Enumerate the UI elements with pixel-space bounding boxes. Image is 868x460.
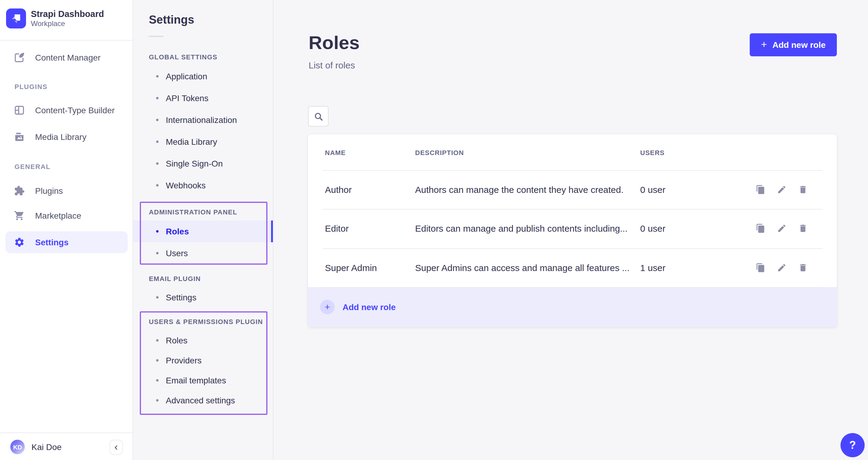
image-icon xyxy=(14,132,25,142)
copy-icon xyxy=(756,263,766,272)
subnav-item-providers[interactable]: Providers xyxy=(133,354,272,367)
subnav-group-users-permissions: USERS & PERMISSIONS PLUGIN xyxy=(149,318,263,325)
layout-icon xyxy=(14,105,25,116)
bullet-icon xyxy=(156,162,158,165)
bullet-icon xyxy=(156,184,158,186)
add-new-role-button[interactable]: + Add new role xyxy=(750,33,837,56)
trash-icon xyxy=(798,185,808,194)
role-users-count: 0 user xyxy=(640,224,665,234)
content-manager-icon xyxy=(14,52,25,63)
workspace-brand[interactable]: Strapi Dashboard Workplace xyxy=(6,8,104,28)
subnav-item-application[interactable]: Application xyxy=(133,70,272,82)
subnav-item-internationalization[interactable]: Internationalization xyxy=(133,114,272,126)
add-new-role-row[interactable]: + Add new role xyxy=(308,287,837,327)
cart-icon xyxy=(14,210,25,221)
role-name: Editor xyxy=(325,224,348,234)
app-root: Strapi Dashboard Workplace Content Manag… xyxy=(0,0,868,460)
subnav-item-api-tokens[interactable]: API Tokens xyxy=(133,92,272,104)
duplicate-role-button[interactable] xyxy=(756,185,766,194)
sidebar-item-label: Settings xyxy=(35,237,68,247)
sidebar-item-media-library[interactable]: Media Library xyxy=(5,126,128,148)
sidebar-footer-divider xyxy=(0,432,133,433)
role-name: Author xyxy=(325,184,351,195)
delete-role-button[interactable] xyxy=(798,224,808,233)
sidebar-item-label: Media Library xyxy=(35,132,87,142)
subnav-item-email-templates[interactable]: Email templates xyxy=(133,374,272,386)
role-description: Super Admins can access and manage all f… xyxy=(415,262,629,272)
add-new-role-row-label: Add new role xyxy=(342,302,396,312)
sidebar-section-general: GENERAL xyxy=(14,163,51,170)
brand-title: Strapi Dashboard xyxy=(31,8,104,19)
role-description: Authors can manage the content they have… xyxy=(415,184,624,195)
role-users-count: 1 user xyxy=(640,262,665,272)
bullet-icon xyxy=(156,141,158,143)
bullet-icon xyxy=(156,230,158,233)
table-row[interactable]: Super Admin Super Admins can access and … xyxy=(308,248,837,287)
pencil-icon xyxy=(777,263,786,272)
row-actions xyxy=(756,185,808,194)
role-description: Editors can manage and publish contents … xyxy=(415,224,627,234)
subnav-item-advanced-settings[interactable]: Advanced settings xyxy=(133,394,272,406)
brand-subtitle: Workplace xyxy=(31,19,104,28)
subnav-item-email-settings[interactable]: Settings xyxy=(133,291,272,304)
main-sidebar: Strapi Dashboard Workplace Content Manag… xyxy=(0,0,133,460)
row-actions xyxy=(756,224,808,233)
sidebar-item-label: Marketplace xyxy=(35,211,82,221)
sidebar-item-marketplace[interactable]: Marketplace xyxy=(5,205,128,227)
table-row[interactable]: Editor Editors can manage and publish co… xyxy=(308,209,837,248)
bullet-icon xyxy=(156,399,158,402)
sidebar-section-plugins: PLUGINS xyxy=(14,83,48,90)
bullet-icon xyxy=(156,119,158,121)
plus-icon: + xyxy=(761,38,767,51)
sidebar-item-settings[interactable]: Settings xyxy=(5,231,128,253)
subnav-group-email-plugin: EMAIL PLUGIN xyxy=(149,275,201,282)
puzzle-icon xyxy=(14,185,25,196)
help-button[interactable]: ? xyxy=(840,433,865,457)
sidebar-item-label: Plugins xyxy=(35,186,63,196)
sidebar-item-label: Content-Type Builder xyxy=(35,105,115,115)
bullet-icon xyxy=(156,359,158,362)
active-item-indicator xyxy=(271,221,273,242)
bullet-icon xyxy=(156,339,158,342)
subnav-item-webhooks[interactable]: Webhooks xyxy=(133,179,272,192)
collapse-sidebar-button[interactable] xyxy=(110,440,123,455)
user-name: Kai Doe xyxy=(31,442,62,452)
edit-role-button[interactable] xyxy=(777,224,786,233)
table-row[interactable]: Author Authors can manage the content th… xyxy=(308,170,837,209)
bullet-icon xyxy=(156,75,158,78)
bullet-icon xyxy=(156,379,158,381)
subnav-item-single-sign-on[interactable]: Single Sign-On xyxy=(133,157,272,170)
bullet-icon xyxy=(156,97,158,99)
sidebar-divider xyxy=(0,40,133,40)
avatar[interactable]: KD xyxy=(10,440,25,454)
copy-icon xyxy=(756,224,766,233)
column-header-users: USERS xyxy=(640,149,665,156)
edit-role-button[interactable] xyxy=(777,185,786,194)
sidebar-item-content-type-builder[interactable]: Content-Type Builder xyxy=(5,99,128,121)
sidebar-item-plugins[interactable]: Plugins xyxy=(5,180,128,202)
subnav-item-roles-active[interactable]: Roles xyxy=(133,221,272,242)
subnav-group-administration-panel: ADMINISTRATION PANEL xyxy=(149,208,237,215)
gear-icon xyxy=(14,237,25,248)
copy-icon xyxy=(756,185,766,194)
delete-role-button[interactable] xyxy=(798,263,808,272)
column-header-description: DESCRIPTION xyxy=(415,149,464,156)
subnav-title-rule xyxy=(149,36,163,37)
trash-icon xyxy=(798,263,808,272)
role-name: Super Admin xyxy=(325,262,377,272)
duplicate-role-button[interactable] xyxy=(756,263,766,272)
search-button[interactable] xyxy=(308,106,329,126)
bullet-icon xyxy=(156,252,158,254)
edit-role-button[interactable] xyxy=(777,263,786,272)
page-title: Roles xyxy=(309,32,360,54)
duplicate-role-button[interactable] xyxy=(756,224,766,233)
sidebar-item-label: Content Manager xyxy=(35,53,100,62)
sidebar-item-content-manager[interactable]: Content Manager xyxy=(5,47,128,68)
subnav-item-users[interactable]: Users xyxy=(133,247,272,259)
subnav-item-media-library[interactable]: Media Library xyxy=(133,136,272,148)
column-header-name: NAME xyxy=(325,149,346,156)
delete-role-button[interactable] xyxy=(798,185,808,194)
row-actions xyxy=(756,263,808,272)
subnav-item-up-roles[interactable]: Roles xyxy=(133,334,272,346)
search-icon xyxy=(313,111,323,121)
